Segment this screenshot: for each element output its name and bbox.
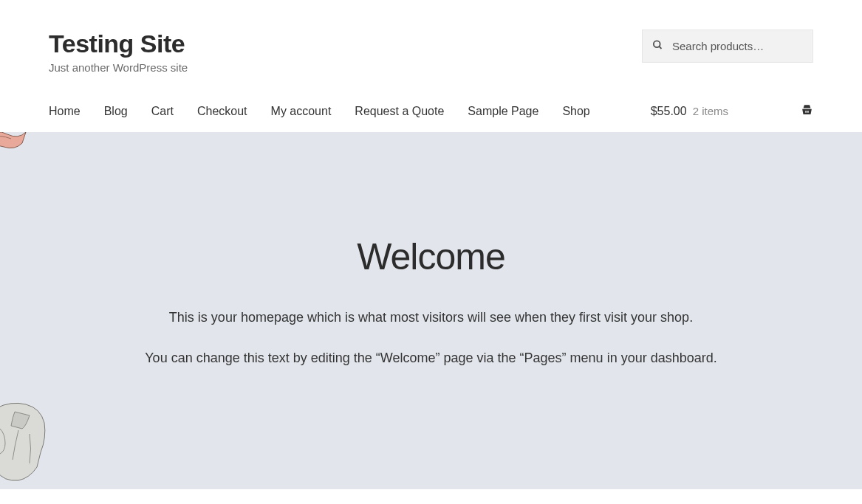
search-input[interactable] <box>642 30 813 63</box>
nav-item-blog[interactable]: Blog <box>104 105 128 118</box>
basket-icon <box>801 103 813 119</box>
nav-item-cart[interactable]: Cart <box>151 105 174 118</box>
site-title[interactable]: Testing Site <box>49 30 188 58</box>
nav-item-sample-page[interactable]: Sample Page <box>468 105 538 118</box>
site-header: Testing Site Just another WordPress site… <box>0 0 862 132</box>
cart-link[interactable]: $55.00 2 items <box>651 103 813 119</box>
nav-menu: Home Blog Cart Checkout My account Reque… <box>49 105 590 118</box>
site-branding: Testing Site Just another WordPress site <box>49 30 188 74</box>
hero-section: Welcome This is your homepage which is w… <box>0 132 862 489</box>
site-tagline: Just another WordPress site <box>49 61 188 74</box>
decorative-image-bottom <box>0 393 70 489</box>
nav-item-shop[interactable]: Shop <box>562 105 589 118</box>
nav-item-my-account[interactable]: My account <box>271 105 332 118</box>
decorative-image-top <box>0 132 30 158</box>
nav-item-home[interactable]: Home <box>49 105 81 118</box>
nav-item-request-quote[interactable]: Request a Quote <box>355 105 444 118</box>
hero-paragraph-1: This is your homepage which is what most… <box>15 308 847 328</box>
hero-paragraph-2: You can change this text by editing the … <box>15 348 847 368</box>
search-box <box>642 30 813 63</box>
primary-navigation: Home Blog Cart Checkout My account Reque… <box>49 89 813 132</box>
cart-price: $55.00 <box>651 105 687 118</box>
page-title: Welcome <box>15 235 847 278</box>
header-top: Testing Site Just another WordPress site <box>49 0 813 89</box>
nav-item-checkout[interactable]: Checkout <box>197 105 247 118</box>
cart-count: 2 items <box>693 105 728 117</box>
